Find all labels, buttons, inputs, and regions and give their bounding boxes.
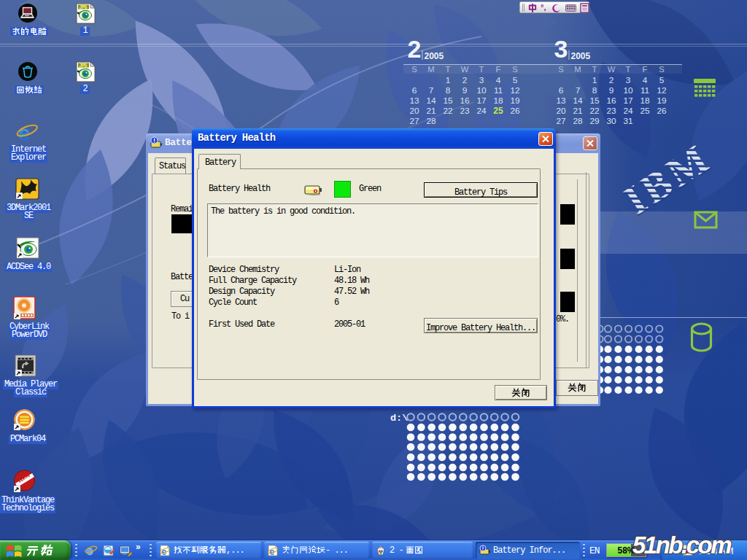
svg-text:T: T [626,65,631,74]
svg-text:22: 22 [589,106,599,116]
svg-text:4: 4 [496,75,501,85]
svg-text:2005: 2005 [571,51,591,61]
svg-text:23: 23 [606,106,616,116]
svg-text:25: 25 [640,106,650,116]
svg-text:2: 2 [408,35,422,63]
svg-text:8: 8 [592,85,597,96]
svg-text:17: 17 [623,96,632,106]
svg-text:24: 24 [476,106,487,116]
svg-text:S: S [411,65,417,74]
svg-text:T: T [446,65,451,74]
svg-text:24: 24 [623,106,633,116]
svg-text:10: 10 [476,85,487,96]
svg-text:6: 6 [412,85,417,96]
svg-text:7: 7 [429,85,434,96]
svg-text:9: 9 [609,85,614,96]
svg-text:3: 3 [554,35,568,63]
svg-text:30: 30 [606,116,616,126]
svg-text:5: 5 [513,75,518,85]
svg-text:S: S [512,65,517,74]
svg-text:W: W [608,65,616,74]
svg-text:d:\: d:\ [390,413,408,424]
svg-text:7: 7 [576,85,581,96]
svg-text:T: T [592,65,597,74]
svg-text:27: 27 [409,116,419,126]
svg-text:13: 13 [409,96,419,106]
svg-text:1: 1 [446,75,451,85]
svg-text:13: 13 [556,96,566,106]
svg-text:T: T [479,65,484,74]
svg-text:31: 31 [623,116,632,126]
svg-text:21: 21 [573,106,582,116]
svg-text:28: 28 [426,116,436,126]
svg-text:23: 23 [460,106,470,116]
svg-text:18: 18 [640,96,650,106]
svg-text:1: 1 [592,75,597,85]
svg-text:14: 14 [426,96,436,106]
svg-text:F: F [643,65,648,74]
svg-text:6: 6 [559,85,564,96]
svg-text:5: 5 [659,75,665,85]
svg-text:2005: 2005 [425,51,444,61]
svg-text:16: 16 [460,96,470,106]
svg-text:22: 22 [443,106,452,116]
svg-text:16: 16 [606,96,616,106]
svg-text:20: 20 [556,106,566,116]
svg-text:e: e [269,546,274,557]
svg-text:20: 20 [409,106,419,116]
svg-text:11: 11 [494,85,503,96]
svg-text:2: 2 [609,75,614,85]
svg-text:11: 11 [640,85,649,96]
svg-text:S: S [558,65,563,74]
svg-text:26: 26 [510,106,520,116]
svg-text:51nb.com: 51nb.com [632,532,731,559]
svg-text:3: 3 [626,75,631,85]
svg-text:28: 28 [573,116,583,126]
svg-text:10: 10 [623,85,633,96]
svg-text:F: F [496,65,501,74]
svg-text:27: 27 [556,116,565,126]
svg-text:14: 14 [573,96,583,106]
svg-text:12: 12 [510,85,519,96]
svg-text:17: 17 [476,96,486,106]
svg-text:8: 8 [446,85,451,96]
svg-text:M: M [574,65,581,74]
svg-text:M: M [427,65,434,74]
svg-text:e: e [161,546,166,557]
svg-text:JPG: JPG [80,5,88,10]
svg-text:25: 25 [493,106,503,116]
svg-text:S: S [659,65,664,74]
svg-text:3: 3 [479,75,484,85]
svg-text:19: 19 [510,96,519,106]
svg-text:19: 19 [657,96,666,106]
svg-text:e: e [18,121,31,144]
svg-text:W: W [461,65,469,74]
svg-text:15: 15 [443,96,453,106]
svg-text:12: 12 [657,85,666,96]
svg-text:15: 15 [589,96,600,106]
svg-text:9: 9 [462,85,468,96]
svg-text:4: 4 [643,75,648,85]
svg-text:18: 18 [493,96,503,106]
svg-text:JPG: JPG [80,63,88,69]
svg-text:29: 29 [589,116,599,126]
svg-text:2: 2 [462,75,468,85]
svg-text:26: 26 [657,106,667,116]
svg-text:21: 21 [426,106,436,116]
